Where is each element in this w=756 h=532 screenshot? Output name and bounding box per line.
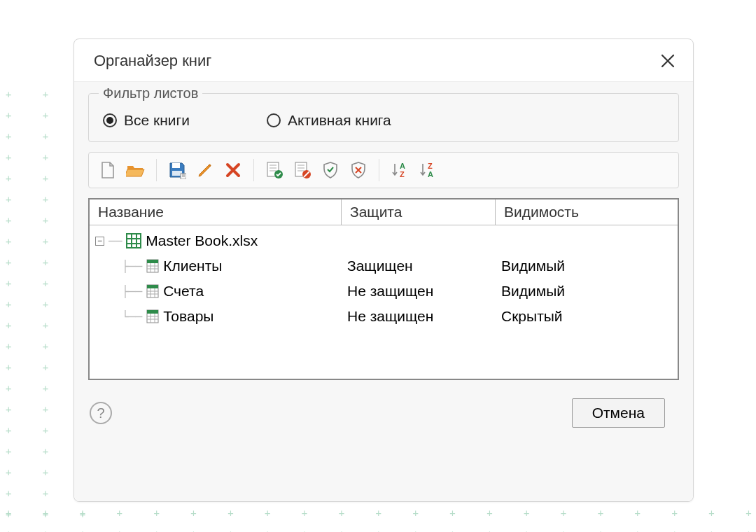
sheet-protection: Не защищен bbox=[347, 283, 501, 300]
unprotect-button[interactable] bbox=[346, 158, 370, 182]
delete-x-icon bbox=[225, 162, 241, 178]
sheet-show-icon bbox=[265, 161, 284, 179]
titlebar: Органайзер книг bbox=[74, 39, 693, 82]
sheet-protection: Защищен bbox=[347, 258, 501, 274]
sheet-icon bbox=[146, 284, 159, 298]
tree-body: − ── Master Book.xlsx ├── Клиенты Защи bbox=[90, 225, 678, 329]
sheet-name: Товары bbox=[163, 308, 214, 325]
close-button[interactable] bbox=[659, 52, 676, 69]
tree-connector: ├── bbox=[108, 260, 142, 273]
shield-check-icon bbox=[322, 161, 339, 179]
svg-text:A: A bbox=[428, 170, 433, 178]
sheet-name: Клиенты bbox=[163, 258, 222, 274]
radio-all-label: Все книги bbox=[124, 112, 190, 129]
radio-unchecked-icon bbox=[267, 113, 281, 127]
sheet-protection: Не защищен bbox=[347, 308, 501, 325]
protect-button[interactable] bbox=[318, 158, 342, 182]
filter-fieldset: Фильтр листов Все книги Активная книга bbox=[88, 93, 679, 142]
tree-connector: └── bbox=[108, 310, 142, 323]
svg-rect-20 bbox=[127, 234, 141, 248]
radio-checked-icon bbox=[103, 113, 117, 127]
toolbar: AZ ZA bbox=[88, 152, 679, 188]
dialog-footer: ? Отмена bbox=[88, 380, 679, 428]
tree-panel: Название Защита Видимость − ── Master Bo… bbox=[88, 198, 679, 380]
open-folder-icon bbox=[126, 162, 146, 178]
toolbar-separator bbox=[379, 159, 379, 181]
svg-rect-26 bbox=[147, 260, 158, 263]
workbook-name: Master Book.xlsx bbox=[146, 232, 258, 249]
filter-legend: Фильтр листов bbox=[99, 85, 202, 102]
delete-button[interactable] bbox=[221, 158, 245, 182]
new-file-icon bbox=[100, 161, 115, 179]
sheet-hide-icon bbox=[293, 161, 312, 179]
expander-minus-icon[interactable]: − bbox=[95, 237, 104, 246]
tree-sheet-row[interactable]: └── Товары Не защищен Скрытый bbox=[95, 304, 678, 329]
tree-connector: ── bbox=[108, 234, 122, 248]
svg-text:A: A bbox=[400, 162, 405, 170]
dialog-body: Фильтр листов Все книги Активная книга bbox=[74, 82, 693, 501]
tree-sheet-row[interactable]: ├── Клиенты Защищен Видимый bbox=[95, 253, 678, 279]
radio-active-book[interactable]: Активная книга bbox=[267, 112, 391, 129]
close-icon bbox=[659, 52, 676, 69]
workbook-icon bbox=[126, 233, 141, 248]
sort-za-icon: ZA bbox=[419, 161, 436, 179]
decorative-crosses-bottom: + + + + + + + + + + + + + + + + + + + + … bbox=[6, 503, 755, 532]
dialog-title: Органайзер книг bbox=[94, 52, 211, 70]
toolbar-separator bbox=[253, 159, 254, 181]
save-button[interactable] bbox=[165, 158, 189, 182]
sheet-visibility: Видимый bbox=[501, 283, 678, 300]
svg-rect-38 bbox=[147, 310, 158, 314]
sheet-name: Счета bbox=[163, 283, 204, 300]
col-visibility[interactable]: Видимость bbox=[496, 200, 678, 225]
tree-sheet-row[interactable]: ├── Счета Не защищен Видимый bbox=[95, 279, 678, 304]
sheet-icon bbox=[146, 259, 159, 273]
tree-connector: ├── bbox=[108, 285, 142, 298]
svg-rect-32 bbox=[147, 285, 158, 288]
svg-rect-0 bbox=[172, 163, 180, 168]
rename-button[interactable] bbox=[193, 158, 217, 182]
sheet-icon bbox=[146, 309, 159, 323]
shield-x-icon bbox=[350, 161, 367, 179]
show-sheet-button[interactable] bbox=[262, 158, 286, 182]
toolbar-separator bbox=[156, 159, 157, 181]
help-icon: ? bbox=[97, 405, 104, 421]
radio-all-books[interactable]: Все книги bbox=[103, 112, 190, 129]
hide-sheet-button[interactable] bbox=[290, 158, 314, 182]
organizer-dialog: Органайзер книг Фильтр листов Все книги … bbox=[74, 38, 694, 502]
sort-az-icon: AZ bbox=[391, 161, 408, 179]
tree-header: Название Защита Видимость bbox=[90, 200, 678, 225]
col-name[interactable]: Название bbox=[90, 200, 342, 225]
pencil-icon bbox=[196, 161, 214, 179]
radio-active-label: Активная книга bbox=[288, 112, 391, 129]
svg-text:Z: Z bbox=[400, 170, 405, 178]
tree-workbook-row[interactable]: − ── Master Book.xlsx bbox=[95, 228, 678, 253]
sort-az-button[interactable]: AZ bbox=[388, 158, 412, 182]
sort-za-button[interactable]: ZA bbox=[416, 158, 440, 182]
col-protection[interactable]: Защита bbox=[342, 200, 496, 225]
save-icon bbox=[168, 161, 186, 179]
new-button[interactable] bbox=[96, 158, 120, 182]
sheet-visibility: Видимый bbox=[501, 258, 678, 274]
open-button[interactable] bbox=[124, 158, 148, 182]
help-button[interactable]: ? bbox=[90, 402, 112, 424]
sheet-visibility: Скрытый bbox=[501, 308, 678, 325]
svg-text:Z: Z bbox=[428, 162, 433, 170]
cancel-button[interactable]: Отмена bbox=[572, 398, 665, 428]
